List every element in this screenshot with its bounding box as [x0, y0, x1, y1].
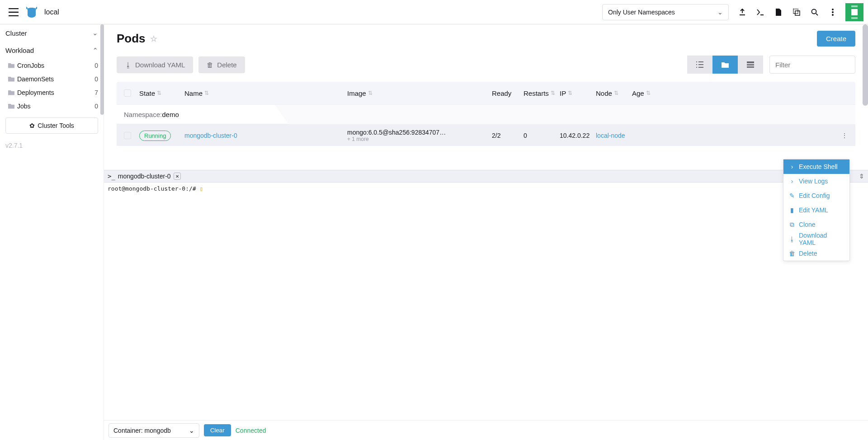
node-link[interactable]: local-node — [596, 132, 625, 139]
view-folder-button[interactable] — [712, 56, 738, 74]
container-select[interactable]: Container: mongodb ⌄ — [108, 423, 199, 438]
kebab-button[interactable] — [824, 3, 842, 21]
svg-rect-7 — [747, 64, 754, 66]
sidebar-scrollbar[interactable] — [100, 24, 104, 115]
sidebar-item-cronjobs[interactable]: CronJobs 0 — [0, 59, 104, 72]
svg-point-5 — [832, 14, 834, 16]
file-button[interactable] — [769, 3, 788, 21]
row-menu-button[interactable]: ⋮ — [839, 130, 850, 141]
svg-rect-6 — [747, 61, 754, 63]
view-list-button[interactable] — [687, 56, 712, 74]
table-row[interactable]: Running mongodb-cluster-0 mongo:6.0.5@sh… — [117, 124, 855, 146]
sidebar-item-deployments[interactable]: Deployments 7 — [0, 86, 104, 99]
download-yaml-label: Download YAML — [135, 61, 185, 69]
connection-status: Connected — [236, 427, 266, 434]
user-avatar[interactable] — [845, 3, 863, 21]
filter-input[interactable] — [769, 56, 855, 74]
menu-button[interactable] — [5, 8, 23, 16]
ctx-edit-yaml[interactable]: ▮Edit YAML — [783, 203, 849, 217]
import-button[interactable] — [733, 3, 751, 21]
download-yaml-button[interactable]: ⭳ Download YAML — [117, 56, 193, 73]
ctx-execute-shell[interactable]: ›Execute Shell — [783, 159, 849, 174]
copy-button[interactable] — [788, 3, 806, 21]
terminal-body[interactable]: root@mongodb-cluster-0:/# ▯ — [104, 183, 868, 420]
grid-icon — [747, 61, 754, 68]
pod-name-link[interactable]: mongodb-cluster-0 — [184, 132, 237, 139]
terminal-icon: >_ — [108, 173, 115, 180]
select-all-checkbox[interactable] — [124, 89, 131, 97]
page-title-text: Pods — [117, 32, 146, 46]
search-icon — [811, 9, 818, 16]
sidebar-group-workload[interactable]: Workload ⌄ — [0, 42, 104, 59]
svg-point-2 — [812, 9, 816, 14]
sort-icon: ⇅ — [646, 90, 651, 96]
page-scrollbar[interactable] — [863, 24, 868, 106]
col-name[interactable]: Name⇅ — [184, 89, 347, 97]
svg-rect-8 — [747, 66, 754, 68]
svg-rect-0 — [793, 9, 798, 14]
chevron-right-icon: › — [789, 178, 795, 185]
col-ready[interactable]: Ready — [492, 89, 524, 97]
main-area: Pods ☆ Create ⭳ Download YAML 🗑 Delete — [104, 24, 868, 440]
sort-icon: ⇅ — [204, 90, 209, 96]
terminal-panel: >_ mongodb-cluster-0 ✕ ⇕ root@mongodb-cl… — [104, 170, 868, 440]
sidebar-item-daemonsets[interactable]: DaemonSets 0 — [0, 72, 104, 86]
sidebar-group-cluster[interactable]: Cluster ⌄ — [0, 24, 104, 42]
namespace-filter-label: Only User Namespaces — [608, 9, 675, 16]
ctx-edit-config[interactable]: ✎Edit Config — [783, 188, 849, 203]
sort-icon: ⇅ — [551, 90, 555, 96]
download-icon: ⭳ — [789, 235, 795, 243]
folder-icon — [8, 90, 14, 95]
create-button[interactable]: Create — [817, 31, 855, 47]
star-icon[interactable]: ☆ — [150, 34, 157, 44]
view-grid-button[interactable] — [738, 56, 763, 74]
ctx-download-yaml[interactable]: ⭳Download YAML — [783, 232, 849, 246]
container-label: Container: mongodb — [113, 427, 171, 434]
shell-button[interactable] — [751, 3, 769, 21]
upload-icon — [739, 9, 746, 16]
image-text: mongo:6.0.5@sha256:92834707… — [347, 129, 492, 136]
clear-button[interactable]: Clear — [204, 424, 231, 436]
cluster-tools-button[interactable]: ✿ Cluster Tools — [5, 117, 98, 134]
col-image[interactable]: Image⇅ — [347, 89, 492, 97]
table-header: State⇅ Name⇅ Image⇅ Ready Restarts⇅ IP⇅ … — [117, 82, 855, 104]
col-age[interactable]: Age⇅ — [632, 89, 848, 97]
chevron-down-icon: ⌄ — [717, 9, 723, 16]
trash-icon: 🗑 — [207, 61, 213, 69]
hamburger-icon — [9, 8, 19, 16]
list-icon — [696, 61, 703, 68]
col-state[interactable]: State⇅ — [139, 89, 184, 97]
cluster-name[interactable]: local — [44, 8, 602, 16]
search-button[interactable] — [806, 3, 824, 21]
clone-icon: ⧉ — [789, 221, 795, 229]
row-context-menu: ›Execute Shell ›View Logs ✎Edit Config ▮… — [783, 159, 850, 261]
sidebar: Cluster ⌄ Workload ⌄ CronJobs 0 DaemonSe… — [0, 24, 104, 440]
sidebar-item-count: 0 — [94, 75, 98, 83]
folder-icon — [722, 61, 729, 68]
delete-button[interactable]: 🗑 Delete — [198, 56, 245, 73]
terminal-expand-button[interactable]: ⇕ — [859, 173, 864, 180]
status-badge: Running — [139, 131, 171, 141]
namespace-filter-select[interactable]: Only User Namespaces ⌄ — [602, 4, 729, 20]
sidebar-item-jobs[interactable]: Jobs 0 — [0, 99, 104, 113]
sidebar-group-label: Workload — [5, 47, 34, 54]
chevron-right-icon: › — [789, 163, 795, 170]
ctx-clone[interactable]: ⧉Clone — [783, 217, 849, 232]
version-label: v2.7.1 — [0, 138, 104, 153]
restarts-cell: 0 — [524, 132, 560, 139]
sidebar-item-count: 0 — [94, 62, 98, 69]
col-node[interactable]: Node⇅ — [596, 89, 632, 97]
folder-icon — [8, 63, 14, 68]
ctx-view-logs[interactable]: ›View Logs — [783, 174, 849, 188]
col-restarts[interactable]: Restarts⇅ — [524, 89, 560, 97]
copy-icon — [793, 9, 800, 16]
ctx-delete[interactable]: 🗑Delete — [783, 246, 849, 261]
terminal-tab-close[interactable]: ✕ — [174, 173, 181, 180]
trash-icon: 🗑 — [789, 250, 795, 257]
sort-icon: ⇅ — [368, 90, 373, 96]
file-icon: ▮ — [789, 206, 795, 214]
dots-vertical-icon — [832, 9, 834, 16]
row-checkbox[interactable] — [124, 132, 131, 139]
sort-icon: ⇅ — [568, 90, 572, 96]
col-ip[interactable]: IP⇅ — [560, 89, 596, 97]
